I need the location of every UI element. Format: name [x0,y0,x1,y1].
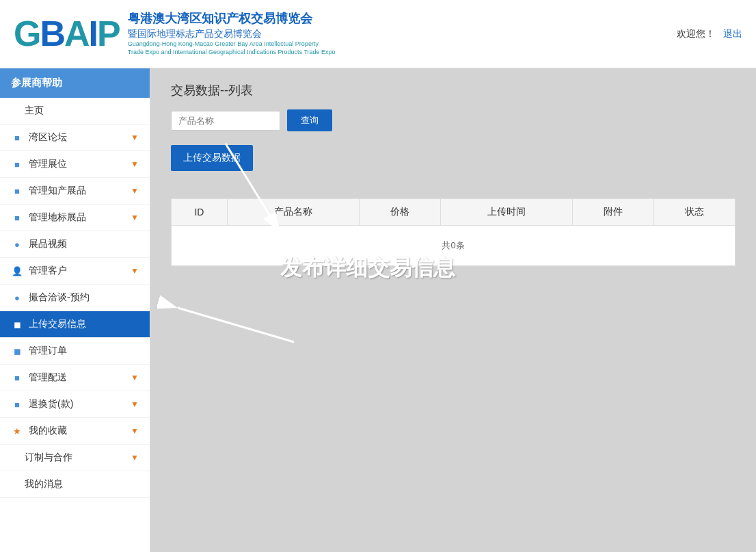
welcome-text: 欢迎您！ [677,28,715,40]
sidebar-label-manage-ip: 管理知产展品 [29,185,131,197]
content-area: 交易数据--列表 查询 上传交易数据 ID 产品名称 价格 上传时间 附件 状态 [150,68,756,552]
sidebar-item-manage-booth[interactable]: ■ 管理展位 ▼ [0,151,150,178]
sidebar-icon-manage-order: ◼ [11,345,23,357]
logo-p: P [97,14,120,53]
arrow-icon-manage-geo: ▼ [131,213,139,222]
sidebar-item-negotiate[interactable]: ● 撮合洽谈-预约 [0,285,150,311]
sidebar-item-customize[interactable]: 订制与合作 ▼ [0,445,150,471]
arrow-icon-manage-booth: ▼ [131,159,139,169]
sidebar-icon-manage-booth: ■ [11,158,23,170]
sidebar-icon-upload-trade: ◼ [11,318,23,330]
arrow-icon-bay-forum: ▼ [131,133,139,142]
data-table: ID 产品名称 价格 上传时间 附件 状态 共0条 [171,198,735,266]
col-id: ID [172,199,228,226]
table-wrapper: ID 产品名称 价格 上传时间 附件 状态 共0条 [171,198,735,266]
sidebar-label-manage-booth: 管理展位 [29,158,131,170]
sidebar-item-my-messages[interactable]: 我的消息 [0,471,150,498]
sidebar-icon-my-favorites: ★ [11,425,23,437]
logout-button[interactable]: 退出 [723,28,742,40]
sidebar-item-manage-order[interactable]: ◼ 管理订单 [0,338,150,365]
sidebar-item-return-goods[interactable]: ■ 退换货(款) ▼ [0,391,150,418]
sidebar-label-bay-forum: 湾区论坛 [29,131,131,144]
header-right: 欢迎您！ 退出 [677,28,742,40]
sidebar-label-home: 主页 [25,105,139,117]
sidebar-label-my-favorites: 我的收藏 [29,425,131,437]
main-layout: 参展商帮助 主页 ■ 湾区论坛 ▼ ■ 管理展位 ▼ ■ 管理知产展品 ▼ ■ … [0,68,756,552]
col-product-name: 产品名称 [227,199,359,226]
logo-letters: GBAIP [14,16,120,51]
arrow-icon-return-goods: ▼ [131,399,139,409]
arrow-icon-manage-delivery: ▼ [131,373,139,382]
sidebar-icon-exhibit-video: ● [11,238,23,250]
sidebar-label-my-messages: 我的消息 [25,478,139,490]
arrow-2-svg [157,287,308,356]
sidebar-icon-manage-geo: ■ [11,211,23,224]
logo-a: A [64,14,89,53]
search-button[interactable]: 查询 [287,109,332,131]
sidebar-label-exhibit-video: 展品视频 [29,238,139,250]
logo-i: I [89,14,97,53]
logo-cn-title: 粤港澳大湾区知识产权交易博览会 [128,11,336,27]
logo-en-text: Guangdong-Hong Kong-Macao Greater Bay Ar… [128,40,336,57]
arrow-icon-manage-ip: ▼ [131,186,139,196]
arrow-icon-manage-customer: ▼ [131,266,139,276]
sidebar-label-manage-geo: 管理地标展品 [29,211,131,224]
col-attachment: 附件 [572,199,653,226]
table-header: ID 产品名称 价格 上传时间 附件 状态 [172,199,735,226]
sidebar-label-upload-trade: 上传交易信息 [29,318,139,330]
arrow-icon-customize: ▼ [131,453,139,462]
sidebar-item-upload-trade[interactable]: ◼ 上传交易信息 [0,311,150,338]
sidebar: 参展商帮助 主页 ■ 湾区论坛 ▼ ■ 管理展位 ▼ ■ 管理知产展品 ▼ ■ … [0,68,150,552]
logo-cn-subtitle: 暨国际地理标志产品交易博览会 [128,27,336,40]
arrow-icon-my-favorites: ▼ [131,426,139,436]
col-price: 价格 [359,199,440,226]
logo-g: G [14,14,40,53]
sidebar-label-return-goods: 退换货(款) [29,398,131,410]
logo-area: GBAIP 粤港澳大湾区知识产权交易博览会 暨国际地理标志产品交易博览会 Gua… [14,11,336,57]
sidebar-item-bay-forum[interactable]: ■ 湾区论坛 ▼ [0,124,150,151]
upload-trade-button[interactable]: 上传交易数据 [171,145,253,171]
sidebar-item-manage-delivery[interactable]: ■ 管理配送 ▼ [0,365,150,391]
logo-text: 粤港澳大湾区知识产权交易博览会 暨国际地理标志产品交易博览会 Guangdong… [128,11,336,57]
sidebar-icon-negotiate: ● [11,291,23,304]
logo-b: B [40,14,64,53]
sidebar-item-manage-customer[interactable]: 👤 管理客户 ▼ [0,258,150,285]
sidebar-icon-manage-delivery: ■ [11,371,23,384]
sidebar-label-manage-delivery: 管理配送 [29,371,131,384]
table-body: 共0条 [172,226,735,266]
sidebar-label-customize: 订制与合作 [25,451,131,464]
header: GBAIP 粤港澳大湾区知识产权交易博览会 暨国际地理标志产品交易博览会 Gua… [0,0,756,68]
search-bar: 查询 [171,109,735,131]
sidebar-item-manage-geo[interactable]: ■ 管理地标展品 ▼ [0,205,150,231]
page-title: 交易数据--列表 [171,82,735,98]
col-status: 状态 [653,199,735,226]
sidebar-icon-return-goods: ■ [11,398,23,410]
sidebar-item-my-favorites[interactable]: ★ 我的收藏 ▼ [0,418,150,445]
sidebar-icon-manage-customer: 👤 [11,265,23,277]
search-input[interactable] [171,111,280,131]
sidebar-item-exhibit-video[interactable]: ● 展品视频 [0,231,150,258]
sidebar-item-home[interactable]: 主页 [0,98,150,124]
sidebar-label-manage-order: 管理订单 [29,345,139,357]
sidebar-header: 参展商帮助 [0,68,150,98]
empty-row: 共0条 [172,226,735,266]
sidebar-icon-bay-forum: ■ [11,131,23,144]
sidebar-icon-manage-ip: ■ [11,185,23,197]
sidebar-item-manage-ip[interactable]: ■ 管理知产展品 ▼ [0,178,150,205]
empty-text: 共0条 [172,226,735,266]
sidebar-label-negotiate: 撮合洽谈-预约 [29,291,139,304]
sidebar-label-manage-customer: 管理客户 [29,265,131,277]
col-upload-time: 上传时间 [440,199,572,226]
svg-line-3 [178,308,294,342]
